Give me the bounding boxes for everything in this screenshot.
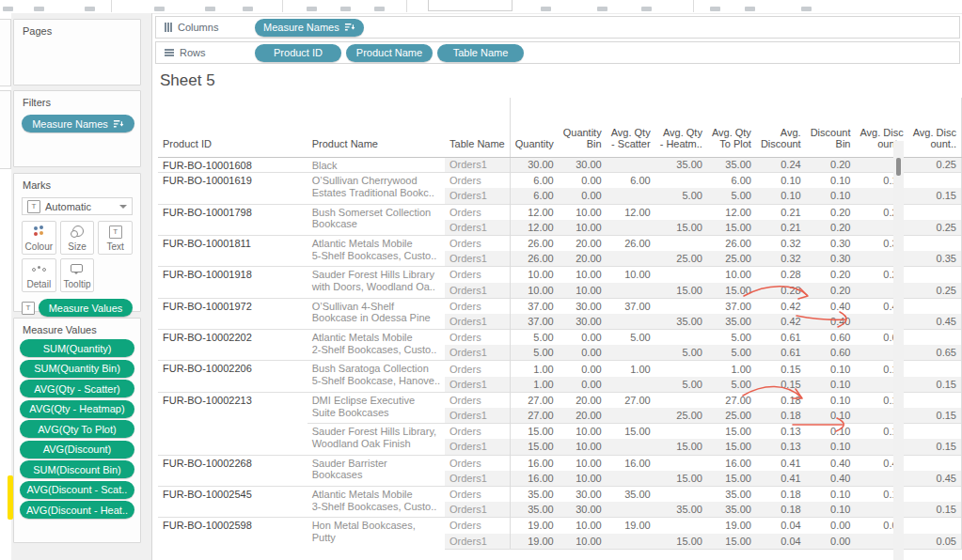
cell-value[interactable]: 16.00: [607, 455, 655, 471]
column-header-product-name[interactable]: Product Name: [308, 98, 445, 157]
cell-product-name[interactable]: Black: [308, 157, 445, 173]
cell-value[interactable]: 0.15: [908, 502, 962, 518]
toolbar-icon-6[interactable]: [243, 7, 253, 11]
cell-value[interactable]: 0.41: [756, 455, 806, 471]
cell-value[interactable]: 0.60: [806, 330, 856, 346]
cell-value[interactable]: 1.00: [607, 361, 655, 377]
cell-value[interactable]: 10.00: [559, 204, 607, 220]
cell-product-id[interactable]: FUR-BO-10002202: [158, 330, 308, 361]
cell-value[interactable]: 5.00: [510, 330, 558, 346]
cell-value[interactable]: 0.10: [806, 502, 856, 518]
cell-value[interactable]: [655, 267, 707, 283]
cell-value[interactable]: 0.10: [806, 424, 856, 440]
cell-value[interactable]: 37.00: [707, 298, 756, 314]
cell-value[interactable]: 0.21: [756, 220, 806, 236]
cell-value[interactable]: 20.00: [559, 408, 607, 424]
cell-value[interactable]: 20.00: [559, 235, 607, 251]
cell-value[interactable]: 15.00: [655, 220, 707, 236]
pill-avg-discount-scat[interactable]: AVG(Discount - Scat..: [20, 481, 134, 499]
cell-value[interactable]: 35.00: [510, 502, 558, 518]
cell-value[interactable]: [607, 188, 655, 204]
cell-value[interactable]: 0.13: [756, 439, 806, 455]
detail-button[interactable]: Detail: [22, 258, 56, 292]
cell-value[interactable]: 26.00: [510, 235, 558, 251]
cell-value[interactable]: 5.00: [655, 345, 707, 361]
cell-value[interactable]: 1.00: [510, 361, 558, 377]
column-header-avg-qty-scatter[interactable]: Avg. Qty- Scatter: [607, 98, 655, 157]
cell-value[interactable]: [908, 267, 962, 283]
column-header-avg-qty-heatm[interactable]: Avg. Qty- Heatm..: [655, 98, 707, 157]
cell-value[interactable]: 12.00: [707, 204, 756, 220]
table-row[interactable]: FUR-BO-10001972O’Sullivan 4-ShelfBookcas…: [158, 298, 962, 314]
cell-value[interactable]: [607, 157, 655, 173]
cell-value[interactable]: [607, 439, 655, 455]
cell-value[interactable]: 0.20: [806, 283, 856, 299]
cell-value[interactable]: [607, 345, 655, 361]
cell-table-name[interactable]: Orders: [445, 204, 510, 220]
cell-product-name[interactable]: Atlantic Metals Mobile5-Shelf Bookcases,…: [308, 235, 445, 266]
cell-table-name[interactable]: Orders1: [445, 251, 510, 267]
cell-product-id[interactable]: FUR-BO-10001619: [158, 173, 308, 204]
cell-value[interactable]: 0.10: [806, 188, 856, 204]
cell-value[interactable]: 0.00: [559, 188, 607, 204]
cell-value[interactable]: 0.00: [559, 330, 607, 346]
cell-value[interactable]: 6.00: [607, 173, 655, 189]
cell-value[interactable]: [607, 502, 655, 518]
cell-value[interactable]: 35.00: [655, 314, 707, 330]
cell-product-id[interactable]: FUR-BO-10002206: [158, 361, 308, 392]
table-row[interactable]: FUR-BO-10002206Bush Saratoga Collection5…: [158, 361, 962, 377]
cell-value[interactable]: 26.00: [607, 235, 655, 251]
cell-value[interactable]: 35.00: [707, 314, 756, 330]
mark-type-dropdown[interactable]: Automatic: [22, 197, 133, 215]
pill-avg-qty-scatter[interactable]: AVG(Qty - Scatter): [20, 380, 134, 397]
cell-value[interactable]: 0.13: [756, 424, 806, 440]
cell-product-name[interactable]: Sauder Forest Hills Librarywith Doors, W…: [308, 267, 445, 298]
cell-value[interactable]: 0.18: [756, 392, 806, 408]
cell-product-name[interactable]: DMI Eclipse ExecutiveSuite Bookcases: [308, 392, 445, 423]
cell-value[interactable]: 27.00: [510, 392, 558, 408]
cell-value[interactable]: 0.40: [806, 298, 856, 314]
cell-table-name[interactable]: Orders1: [445, 283, 510, 299]
cell-value[interactable]: 0.00: [806, 518, 856, 534]
cell-value[interactable]: 35.00: [707, 486, 756, 502]
cell-value[interactable]: 0.41: [756, 471, 806, 487]
size-button[interactable]: Size: [60, 221, 95, 255]
cell-value[interactable]: [908, 298, 962, 314]
cell-value[interactable]: 15.00: [707, 283, 756, 299]
cell-value[interactable]: [908, 486, 962, 502]
cell-product-id[interactable]: [158, 424, 308, 455]
cell-value[interactable]: [655, 173, 707, 189]
column-header-quantity-bin[interactable]: QuantityBin: [559, 98, 607, 157]
cell-product-id[interactable]: FUR-BO-10001918: [158, 267, 308, 298]
cell-value[interactable]: [607, 283, 655, 299]
cell-value[interactable]: [607, 377, 655, 393]
cell-product-id[interactable]: FUR-BO-10002545: [158, 486, 308, 517]
cell-value[interactable]: 30.00: [559, 314, 607, 330]
cell-value[interactable]: 0.15: [908, 377, 962, 393]
cell-value[interactable]: [607, 251, 655, 267]
cell-value[interactable]: 0.35: [908, 251, 962, 267]
cell-value[interactable]: 0.10: [806, 392, 856, 408]
cell-value[interactable]: 0.20: [806, 220, 856, 236]
table-row[interactable]: FUR-BO-10002213DMI Eclipse ExecutiveSuit…: [158, 392, 962, 408]
cell-table-name[interactable]: Orders1: [445, 471, 510, 487]
toolbar-icon-4[interactable]: [154, 7, 165, 11]
cell-table-name[interactable]: Orders: [445, 392, 510, 408]
colour-button[interactable]: Colour: [22, 221, 56, 255]
cell-product-id[interactable]: FUR-BO-10002213: [158, 392, 308, 423]
cell-value[interactable]: 15.00: [707, 424, 756, 440]
cell-value[interactable]: 0.65: [908, 345, 962, 361]
cell-value[interactable]: 10.00: [559, 471, 607, 487]
toolbar-icon-11[interactable]: [597, 7, 607, 11]
cell-product-id[interactable]: FUR-BO-10002268: [158, 455, 308, 486]
table-row[interactable]: FUR-BO-10002545Atlantic Metals Mobile3-S…: [158, 486, 962, 502]
cell-value[interactable]: 10.00: [510, 283, 558, 299]
cell-value[interactable]: 0.10: [806, 439, 856, 455]
cell-value[interactable]: 0.10: [756, 188, 806, 204]
cell-value[interactable]: [655, 392, 707, 408]
table-row[interactable]: Sauder Forest Hills Library,Woodland Oak…: [158, 424, 962, 440]
cell-value[interactable]: 5.00: [707, 345, 756, 361]
pill-sum-quantity-bin[interactable]: SUM(Quantity Bin): [20, 360, 134, 378]
cell-value[interactable]: 0.32: [756, 251, 806, 267]
cell-table-name[interactable]: Orders: [445, 298, 510, 314]
